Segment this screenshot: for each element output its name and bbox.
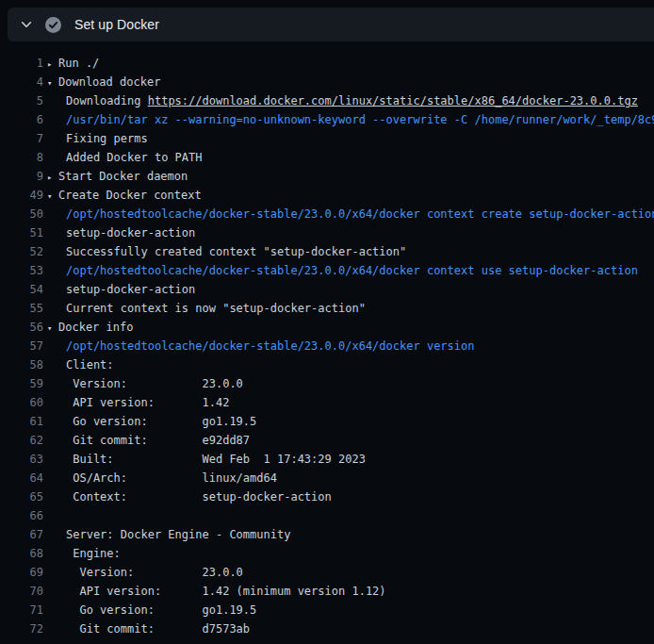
log-text: Downloading [66, 94, 148, 107]
line-number[interactable]: 72 [0, 619, 43, 638]
chevron-right-icon[interactable]: ▸ [47, 55, 58, 74]
step-header[interactable]: Set up Docker [8, 8, 654, 41]
log-text: Server: Docker Engine - Community [47, 525, 290, 544]
log-line[interactable]: 49▾Create Docker context [0, 186, 654, 205]
group-title[interactable]: Docker info [58, 321, 133, 334]
log-line: 57/opt/hostedtoolcache/docker-stable/23.… [0, 337, 654, 355]
log-line: 58Client: [0, 355, 654, 374]
line-number[interactable]: 7 [0, 129, 43, 148]
line-number[interactable]: 56 [0, 318, 43, 337]
log-line[interactable]: 4▾Download docker [0, 73, 654, 91]
line-number[interactable]: 4 [0, 73, 43, 91]
line-number[interactable]: 71 [0, 601, 43, 619]
line-number[interactable]: 65 [0, 487, 43, 506]
log-line: 68 Engine: [0, 544, 654, 563]
chevron-down-icon[interactable]: ▾ [47, 187, 58, 206]
chevron-right-icon[interactable]: ▸ [47, 168, 58, 187]
log-text: Version: 23.0.0 [47, 563, 243, 582]
log-line: 60 API version: 1.42 [0, 393, 654, 412]
log-text: OS/Arch: linux/amd64 [47, 469, 277, 487]
group-title[interactable]: Run ./ [58, 57, 99, 70]
log-line: 63 Built: Wed Feb 1 17:43:29 2023 [0, 450, 654, 469]
line-number[interactable]: 68 [0, 544, 43, 563]
line-number[interactable]: 54 [0, 280, 43, 299]
log-line: 69 Version: 23.0.0 [0, 563, 654, 582]
log-container: 1▸Run ./4▾Download docker5Downloading ht… [0, 41, 654, 638]
line-number[interactable]: 52 [0, 242, 43, 261]
log-line: 65 Context: setup-docker-action [0, 487, 654, 506]
log-text: Added Docker to PATH [47, 148, 203, 167]
log-text: Go version: go1.19.5 [47, 601, 256, 619]
line-number[interactable]: 63 [0, 450, 43, 469]
log-line[interactable]: 9▸Start Docker daemon [0, 167, 654, 186]
log-link[interactable]: https://download.docker.com/linux/static… [148, 94, 638, 107]
log-line: 61 Go version: go1.19.5 [0, 412, 654, 431]
log-text: Successfully created context "setup-dock… [47, 242, 406, 261]
log-text [47, 506, 66, 525]
log-line: 55Current context is now "setup-docker-a… [0, 299, 654, 318]
line-number[interactable]: 57 [0, 337, 43, 355]
log-text: API version: 1.42 [47, 393, 229, 412]
log-line: 62 Git commit: e92dd87 [0, 431, 654, 450]
group-title[interactable]: Create Docker context [58, 189, 202, 202]
line-number[interactable]: 64 [0, 469, 43, 487]
log-line: 53/opt/hostedtoolcache/docker-stable/23.… [0, 261, 654, 280]
line-number[interactable]: 62 [0, 431, 43, 450]
line-number[interactable]: 66 [0, 506, 43, 525]
log-text: Client: [47, 355, 114, 374]
line-number[interactable]: 49 [0, 186, 43, 205]
chevron-down-icon[interactable] [19, 17, 34, 32]
log-text: setup-docker-action [47, 223, 195, 242]
log-text: setup-docker-action [47, 280, 195, 299]
log-line: 52Successfully created context "setup-do… [0, 242, 654, 261]
chevron-down-icon[interactable]: ▾ [47, 74, 58, 92]
log-text: Built: Wed Feb 1 17:43:29 2023 [47, 450, 366, 469]
log-text: API version: 1.42 (minimum version 1.12) [47, 582, 386, 601]
command-text: /opt/hostedtoolcache/docker-stable/23.0.… [47, 261, 638, 280]
log-text: Context: setup-docker-action [47, 487, 332, 506]
line-number[interactable]: 60 [0, 393, 43, 412]
log-line: 64 OS/Arch: linux/amd64 [0, 469, 654, 487]
log-text: Git commit: e92dd87 [47, 431, 250, 450]
line-number[interactable]: 67 [0, 525, 43, 544]
command-text: /opt/hostedtoolcache/docker-stable/23.0.… [47, 205, 654, 223]
line-number[interactable]: 9 [0, 167, 43, 186]
line-number[interactable]: 6 [0, 110, 43, 129]
line-number[interactable]: 53 [0, 261, 43, 280]
log-line: 59 Version: 23.0.0 [0, 374, 654, 393]
line-number[interactable]: 69 [0, 563, 43, 582]
log-text: Go version: go1.19.5 [47, 412, 256, 431]
log-line: 5Downloading https://download.docker.com… [0, 91, 654, 110]
line-number[interactable]: 58 [0, 355, 43, 374]
log-line[interactable]: 1▸Run ./ [0, 54, 654, 73]
log-text: Engine: [47, 544, 121, 563]
line-number[interactable]: 55 [0, 299, 43, 318]
group-title[interactable]: Download docker [58, 75, 160, 89]
line-number[interactable]: 1 [0, 54, 43, 73]
log-text: Fixing perms [47, 129, 148, 148]
log-line[interactable]: 56▾Docker info [0, 318, 654, 337]
log-line: 51setup-docker-action [0, 223, 654, 242]
command-text: /usr/bin/tar xz --warning=no-unknown-key… [47, 110, 654, 129]
chevron-down-icon[interactable]: ▾ [47, 319, 58, 338]
log-line: 50/opt/hostedtoolcache/docker-stable/23.… [0, 205, 654, 223]
group-title[interactable]: Start Docker daemon [58, 170, 188, 183]
line-number[interactable]: 5 [0, 91, 43, 110]
log-line: 66 [0, 506, 654, 525]
log-line: 72 Git commit: d7573ab [0, 619, 654, 638]
log-line: 71 Go version: go1.19.5 [0, 601, 654, 619]
check-circle-icon [45, 17, 61, 33]
line-number[interactable]: 70 [0, 582, 43, 601]
line-number[interactable]: 61 [0, 412, 43, 431]
line-number[interactable]: 59 [0, 374, 43, 393]
command-text: /opt/hostedtoolcache/docker-stable/23.0.… [47, 337, 474, 355]
log-line: 67Server: Docker Engine - Community [0, 525, 654, 544]
log-text: Current context is now "setup-docker-act… [47, 299, 366, 318]
log-text: Version: 23.0.0 [47, 374, 243, 393]
line-number[interactable]: 51 [0, 223, 43, 242]
line-number[interactable]: 8 [0, 148, 43, 167]
log-line: 8Added Docker to PATH [0, 148, 654, 167]
log-line: 6/usr/bin/tar xz --warning=no-unknown-ke… [0, 110, 654, 129]
line-number[interactable]: 50 [0, 205, 43, 223]
log-line: 70 API version: 1.42 (minimum version 1.… [0, 582, 654, 601]
